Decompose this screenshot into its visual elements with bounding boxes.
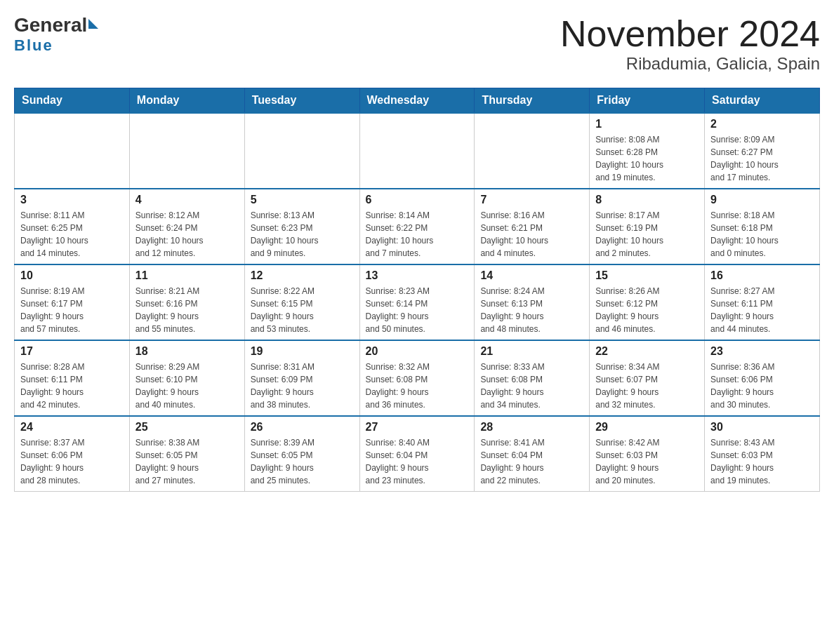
calendar-cell: 25Sunrise: 8:38 AM Sunset: 6:05 PM Dayli… bbox=[129, 416, 244, 492]
day-of-week-header: Wednesday bbox=[359, 88, 475, 114]
day-info: Sunrise: 8:23 AM Sunset: 6:14 PM Dayligh… bbox=[366, 285, 469, 335]
day-number: 29 bbox=[595, 421, 699, 434]
day-number: 23 bbox=[710, 345, 814, 358]
day-number: 20 bbox=[366, 345, 469, 358]
day-number: 15 bbox=[595, 269, 699, 282]
day-info: Sunrise: 8:24 AM Sunset: 6:13 PM Dayligh… bbox=[480, 285, 583, 335]
calendar-cell: 12Sunrise: 8:22 AM Sunset: 6:15 PM Dayli… bbox=[244, 264, 359, 340]
day-info: Sunrise: 8:42 AM Sunset: 6:03 PM Dayligh… bbox=[595, 436, 699, 487]
calendar-cell: 16Sunrise: 8:27 AM Sunset: 6:11 PM Dayli… bbox=[705, 264, 820, 340]
day-info: Sunrise: 8:22 AM Sunset: 6:15 PM Dayligh… bbox=[251, 285, 354, 335]
calendar-cell: 19Sunrise: 8:31 AM Sunset: 6:09 PM Dayli… bbox=[244, 340, 359, 416]
day-number: 8 bbox=[595, 194, 699, 206]
day-number: 5 bbox=[251, 194, 354, 206]
day-info: Sunrise: 8:08 AM Sunset: 6:28 PM Dayligh… bbox=[595, 133, 699, 184]
day-info: Sunrise: 8:09 AM Sunset: 6:27 PM Dayligh… bbox=[710, 133, 814, 184]
day-number: 12 bbox=[251, 269, 354, 282]
day-info: Sunrise: 8:19 AM Sunset: 6:17 PM Dayligh… bbox=[20, 285, 124, 335]
logo-arrow-icon bbox=[88, 19, 98, 29]
page-header: General Blue November 2024 Ribadumia, Ga… bbox=[14, 14, 820, 74]
calendar-cell: 7Sunrise: 8:16 AM Sunset: 6:21 PM Daylig… bbox=[475, 189, 590, 264]
day-number: 17 bbox=[20, 345, 124, 358]
calendar-week-row: 17Sunrise: 8:28 AM Sunset: 6:11 PM Dayli… bbox=[15, 340, 820, 416]
day-number: 28 bbox=[480, 421, 583, 434]
day-info: Sunrise: 8:32 AM Sunset: 6:08 PM Dayligh… bbox=[366, 361, 469, 411]
calendar-cell: 23Sunrise: 8:36 AM Sunset: 6:06 PM Dayli… bbox=[705, 340, 820, 416]
month-year-title: November 2024 bbox=[560, 14, 820, 54]
day-number: 4 bbox=[135, 194, 239, 206]
day-info: Sunrise: 8:33 AM Sunset: 6:08 PM Dayligh… bbox=[480, 361, 583, 411]
calendar-cell: 14Sunrise: 8:24 AM Sunset: 6:13 PM Dayli… bbox=[475, 264, 590, 340]
calendar-cell: 22Sunrise: 8:34 AM Sunset: 6:07 PM Dayli… bbox=[590, 340, 705, 416]
calendar-cell bbox=[244, 113, 359, 189]
calendar-cell: 5Sunrise: 8:13 AM Sunset: 6:23 PM Daylig… bbox=[244, 189, 359, 264]
day-number: 9 bbox=[710, 194, 814, 206]
day-number: 18 bbox=[135, 345, 239, 358]
day-info: Sunrise: 8:12 AM Sunset: 6:24 PM Dayligh… bbox=[135, 209, 239, 260]
day-info: Sunrise: 8:31 AM Sunset: 6:09 PM Dayligh… bbox=[251, 361, 354, 411]
day-number: 14 bbox=[480, 269, 583, 282]
calendar-week-row: 24Sunrise: 8:37 AM Sunset: 6:06 PM Dayli… bbox=[15, 416, 820, 492]
calendar-week-row: 1Sunrise: 8:08 AM Sunset: 6:28 PM Daylig… bbox=[15, 113, 820, 189]
day-number: 21 bbox=[480, 345, 583, 358]
calendar-cell: 8Sunrise: 8:17 AM Sunset: 6:19 PM Daylig… bbox=[590, 189, 705, 264]
calendar-cell: 20Sunrise: 8:32 AM Sunset: 6:08 PM Dayli… bbox=[359, 340, 475, 416]
calendar-header-row: SundayMondayTuesdayWednesdayThursdayFrid… bbox=[15, 88, 820, 114]
day-info: Sunrise: 8:26 AM Sunset: 6:12 PM Dayligh… bbox=[595, 285, 699, 335]
day-number: 16 bbox=[710, 269, 814, 282]
calendar-cell: 24Sunrise: 8:37 AM Sunset: 6:06 PM Dayli… bbox=[15, 416, 130, 492]
calendar-cell: 13Sunrise: 8:23 AM Sunset: 6:14 PM Dayli… bbox=[359, 264, 475, 340]
day-info: Sunrise: 8:34 AM Sunset: 6:07 PM Dayligh… bbox=[595, 361, 699, 411]
calendar-cell: 1Sunrise: 8:08 AM Sunset: 6:28 PM Daylig… bbox=[590, 113, 705, 189]
calendar-week-row: 10Sunrise: 8:19 AM Sunset: 6:17 PM Dayli… bbox=[15, 264, 820, 340]
day-of-week-header: Monday bbox=[129, 88, 244, 114]
day-info: Sunrise: 8:36 AM Sunset: 6:06 PM Dayligh… bbox=[710, 361, 814, 411]
calendar-cell: 27Sunrise: 8:40 AM Sunset: 6:04 PM Dayli… bbox=[359, 416, 475, 492]
calendar-week-row: 3Sunrise: 8:11 AM Sunset: 6:25 PM Daylig… bbox=[15, 189, 820, 264]
day-number: 3 bbox=[20, 194, 124, 206]
day-info: Sunrise: 8:38 AM Sunset: 6:05 PM Dayligh… bbox=[135, 436, 239, 487]
day-number: 2 bbox=[710, 118, 814, 130]
calendar-cell: 28Sunrise: 8:41 AM Sunset: 6:04 PM Dayli… bbox=[475, 416, 590, 492]
calendar-cell: 3Sunrise: 8:11 AM Sunset: 6:25 PM Daylig… bbox=[15, 189, 130, 264]
day-number: 27 bbox=[366, 421, 469, 434]
location-subtitle: Ribadumia, Galicia, Spain bbox=[560, 54, 820, 74]
logo-general: General bbox=[14, 14, 98, 36]
day-info: Sunrise: 8:43 AM Sunset: 6:03 PM Dayligh… bbox=[710, 436, 814, 487]
day-number: 25 bbox=[135, 421, 239, 434]
day-info: Sunrise: 8:14 AM Sunset: 6:22 PM Dayligh… bbox=[366, 209, 469, 260]
day-info: Sunrise: 8:41 AM Sunset: 6:04 PM Dayligh… bbox=[480, 436, 583, 487]
calendar-cell: 15Sunrise: 8:26 AM Sunset: 6:12 PM Dayli… bbox=[590, 264, 705, 340]
day-info: Sunrise: 8:21 AM Sunset: 6:16 PM Dayligh… bbox=[135, 285, 239, 335]
day-number: 13 bbox=[366, 269, 469, 282]
calendar-cell: 11Sunrise: 8:21 AM Sunset: 6:16 PM Dayli… bbox=[129, 264, 244, 340]
calendar-cell: 10Sunrise: 8:19 AM Sunset: 6:17 PM Dayli… bbox=[15, 264, 130, 340]
logo-blue-text: Blue bbox=[14, 36, 53, 55]
calendar-cell bbox=[359, 113, 475, 189]
day-number: 30 bbox=[710, 421, 814, 434]
calendar-cell bbox=[475, 113, 590, 189]
day-info: Sunrise: 8:29 AM Sunset: 6:10 PM Dayligh… bbox=[135, 361, 239, 411]
calendar-table: SundayMondayTuesdayWednesdayThursdayFrid… bbox=[14, 88, 820, 492]
calendar-cell: 4Sunrise: 8:12 AM Sunset: 6:24 PM Daylig… bbox=[129, 189, 244, 264]
day-info: Sunrise: 8:27 AM Sunset: 6:11 PM Dayligh… bbox=[710, 285, 814, 335]
day-info: Sunrise: 8:18 AM Sunset: 6:18 PM Dayligh… bbox=[710, 209, 814, 260]
day-info: Sunrise: 8:40 AM Sunset: 6:04 PM Dayligh… bbox=[366, 436, 469, 487]
day-info: Sunrise: 8:11 AM Sunset: 6:25 PM Dayligh… bbox=[20, 209, 124, 260]
calendar-cell bbox=[129, 113, 244, 189]
day-number: 1 bbox=[595, 118, 699, 130]
day-number: 10 bbox=[20, 269, 124, 282]
day-number: 19 bbox=[251, 345, 354, 358]
day-number: 24 bbox=[20, 421, 124, 434]
day-number: 11 bbox=[135, 269, 239, 282]
day-info: Sunrise: 8:28 AM Sunset: 6:11 PM Dayligh… bbox=[20, 361, 124, 411]
calendar-cell: 26Sunrise: 8:39 AM Sunset: 6:05 PM Dayli… bbox=[244, 416, 359, 492]
calendar-cell: 6Sunrise: 8:14 AM Sunset: 6:22 PM Daylig… bbox=[359, 189, 475, 264]
calendar-cell: 30Sunrise: 8:43 AM Sunset: 6:03 PM Dayli… bbox=[705, 416, 820, 492]
day-info: Sunrise: 8:37 AM Sunset: 6:06 PM Dayligh… bbox=[20, 436, 124, 487]
day-of-week-header: Sunday bbox=[15, 88, 130, 114]
day-of-week-header: Tuesday bbox=[244, 88, 359, 114]
day-info: Sunrise: 8:17 AM Sunset: 6:19 PM Dayligh… bbox=[595, 209, 699, 260]
calendar-cell: 21Sunrise: 8:33 AM Sunset: 6:08 PM Dayli… bbox=[475, 340, 590, 416]
calendar-cell: 9Sunrise: 8:18 AM Sunset: 6:18 PM Daylig… bbox=[705, 189, 820, 264]
